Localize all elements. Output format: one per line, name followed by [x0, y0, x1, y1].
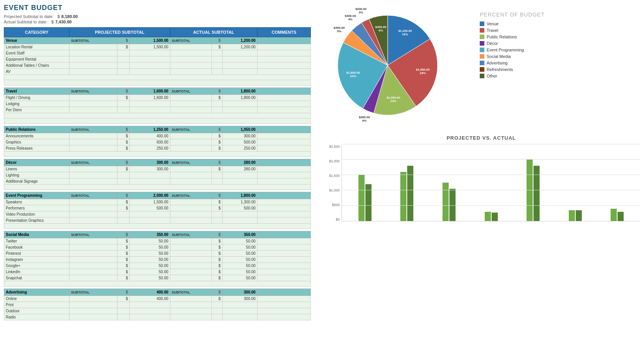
item-row: Press Releases $ 250.00 $ 250.00: [4, 145, 311, 152]
item-comments: [257, 44, 310, 50]
item-proj-empty: [69, 63, 117, 69]
subtotal-dollar-act: $: [212, 37, 223, 44]
item-act-amount: 1,300.00: [222, 199, 257, 205]
pie-chart-container: $1,200.0016%$1,800.0024%$1,050.0014%$280…: [322, 4, 468, 127]
subtotal-dollar-proj: $: [117, 231, 130, 238]
item-proj-amount: [130, 101, 170, 107]
item-proj-dollar: $: [117, 296, 130, 302]
item-proj-amount: [130, 107, 170, 113]
item-act-amount: [222, 50, 257, 56]
item-comments: [257, 166, 310, 172]
legend-color: [480, 35, 484, 39]
item-act-dollar: $: [212, 166, 223, 172]
item-proj-amount: 50.00: [130, 263, 170, 269]
item-proj-empty: [69, 218, 117, 224]
item-name: Event Staff: [4, 50, 69, 56]
subtotal-label-proj: SUBTOTAL: [69, 231, 117, 238]
subtotal-comments: [257, 88, 310, 95]
item-proj-dollar: [117, 178, 130, 185]
subtotal-amount-proj: 300.00: [130, 159, 170, 166]
item-act-empty: [170, 178, 212, 185]
subtotal-dollar-act: $: [212, 159, 223, 166]
empty-row: [4, 152, 311, 157]
subtotal-dollar-act: $: [212, 289, 223, 296]
item-act-empty: [170, 50, 212, 56]
item-proj-dollar: [117, 314, 130, 320]
page-title: EVENT BUDGET: [4, 4, 311, 12]
item-act-dollar: $: [212, 263, 223, 269]
legend-label: Décor: [487, 41, 498, 46]
bar-group: [514, 144, 552, 221]
item-proj-dollar: $: [117, 244, 130, 251]
bar-chart-section: PROJECTED vs. ACTUAL $2,500$2,000$1,500$…: [322, 135, 640, 221]
col-header-category: CATEGORY: [4, 28, 69, 37]
item-proj-empty: [69, 44, 117, 50]
col-header-actual: ACTUAL SUBTOTAL: [170, 28, 257, 37]
item-proj-dollar: $: [117, 205, 130, 211]
item-proj-empty: [69, 56, 117, 63]
item-name: Video Production: [4, 211, 69, 218]
item-act-dollar: $: [212, 139, 223, 145]
subtotal-amount-act: 1,050.00: [222, 126, 257, 133]
item-name: LinkedIn: [4, 269, 69, 275]
category-name: Travel: [4, 88, 69, 95]
item-row: Lodging: [4, 101, 311, 107]
item-row: Graphics $ 600.00 $ 500.00: [4, 139, 311, 145]
item-row: Presentation Graphics: [4, 218, 311, 224]
legend-item-refreshments: Refreshments: [480, 67, 545, 72]
item-proj-amount: 400.00: [130, 133, 170, 139]
projected-bar: [358, 175, 365, 221]
item-act-dollar: [212, 218, 223, 224]
actual-bar: [492, 213, 498, 221]
item-comments: [257, 238, 310, 244]
legend-color: [480, 41, 484, 46]
item-name: Lighting: [4, 172, 69, 178]
item-proj-empty: [69, 101, 117, 107]
item-row: Twitter $ 50.00 $ 50.00: [4, 238, 311, 244]
item-proj-amount: 600.00: [130, 139, 170, 145]
item-name: Google+: [4, 263, 69, 269]
item-act-dollar: $: [212, 269, 223, 275]
pie-chart: $1,200.0016%$1,800.0024%$1,050.0014%$280…: [322, 4, 468, 127]
pie-label-décor: $280.004%: [359, 115, 370, 122]
item-act-empty: [170, 166, 212, 172]
legend-item-advertising: Advertising: [480, 61, 545, 65]
category-row: Event Programming SUBTOTAL $ 2,000.00 SU…: [4, 192, 311, 199]
item-row: Equipment Rental: [4, 56, 311, 63]
bar-group: [598, 144, 636, 221]
item-comments: [257, 275, 310, 281]
subtotal-comments: [257, 289, 310, 296]
subtotal-amount-act: 350.00: [222, 231, 257, 238]
item-name: Additional Tables / Chairs: [4, 63, 69, 69]
subtotal-label-proj: SUBTOTAL: [69, 88, 117, 95]
item-proj-amount: [130, 172, 170, 178]
item-proj-empty: [69, 107, 117, 113]
item-proj-dollar: $: [117, 133, 130, 139]
legend-color: [480, 48, 484, 52]
legend-label: Social Media: [487, 54, 511, 59]
item-row: Per Diem: [4, 107, 311, 113]
legend-label: Public Relations: [487, 35, 517, 39]
y-axis-label: $2,500: [322, 145, 340, 148]
legend-item-other: Other: [480, 74, 545, 78]
item-act-dollar: $: [212, 257, 223, 263]
actual-bar: [576, 210, 582, 221]
item-proj-empty: [69, 199, 117, 205]
subtotal-amount-proj: 2,000.00: [130, 192, 170, 199]
legend-color: [480, 54, 484, 59]
item-act-amount: 50.00: [222, 275, 257, 281]
item-proj-amount: 1,500.00: [130, 44, 170, 50]
actual-summary-row: Actual Subtotal to date: $ 7,430.00: [4, 20, 311, 24]
subtotal-label-proj: SUBTOTAL: [69, 37, 117, 44]
item-proj-empty: [69, 244, 117, 251]
item-act-amount: 50.00: [222, 263, 257, 269]
item-act-amount: 280.00: [222, 166, 257, 172]
category-name: Event Programming: [4, 192, 69, 199]
item-act-empty: [170, 139, 212, 145]
item-proj-amount: [130, 178, 170, 185]
subtotal-label-act: SUBTOTAL: [170, 192, 212, 199]
category-row: Venue SUBTOTAL $ 1,500.00 SUBTOTAL $ 1,2…: [4, 37, 311, 44]
actual-dollar: $: [51, 20, 54, 24]
item-act-amount: [222, 178, 257, 185]
right-panel: $1,200.0016%$1,800.0024%$1,050.0014%$280…: [315, 4, 640, 323]
